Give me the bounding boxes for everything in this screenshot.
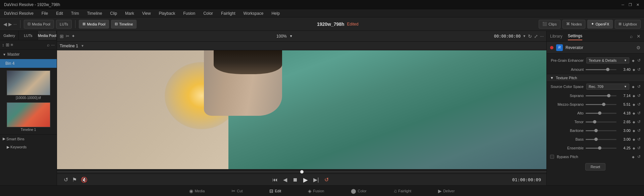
- step-back-btn[interactable]: ◀: [282, 177, 288, 183]
- search-icon[interactable]: ⌕: [47, 42, 50, 47]
- alto-slider[interactable]: [586, 113, 616, 114]
- nav-media[interactable]: ◉ Media: [186, 187, 208, 195]
- tenor-slider[interactable]: [586, 121, 616, 122]
- clips-btn[interactable]: ⬛ Clips: [539, 20, 560, 29]
- gallery-tab[interactable]: Gallery: [0, 31, 19, 40]
- menu-item-trim[interactable]: Trim: [70, 11, 80, 16]
- ensemble-thumb[interactable]: [598, 146, 601, 150]
- baritone-slider[interactable]: [586, 130, 616, 131]
- master-bin-header[interactable]: ▼ Master: [0, 50, 57, 59]
- mezzo-thumb[interactable]: [602, 103, 605, 106]
- fit-icon[interactable]: ⤢: [534, 34, 538, 39]
- maximize-btn[interactable]: ❐: [628, 2, 633, 7]
- openfx-btn[interactable]: ✦ OpenFX: [587, 20, 613, 29]
- amount-reset[interactable]: ↺: [637, 67, 641, 72]
- nav-fusion[interactable]: ◈ Fusion: [305, 187, 327, 195]
- menu-item-playback[interactable]: Playback: [157, 11, 176, 16]
- crop-icon[interactable]: ✂: [66, 34, 69, 39]
- ensemble-reset[interactable]: ↺: [637, 146, 641, 150]
- bass-thumb[interactable]: [594, 138, 598, 141]
- media-pool-tab[interactable]: Media Pool: [38, 31, 57, 40]
- stop-btn[interactable]: ⏹: [291, 177, 299, 183]
- pre-grain-keyframe[interactable]: ◆: [632, 59, 635, 62]
- media-pool-view-btn[interactable]: ⊞ Media Pool: [79, 20, 109, 29]
- texture-pitch-section[interactable]: ▼ Texture Pitch: [547, 74, 644, 82]
- amount-slider-thumb[interactable]: [606, 68, 609, 71]
- soprano-slider[interactable]: [586, 95, 616, 96]
- alto-reset[interactable]: ↺: [637, 111, 641, 115]
- color-space-keyframe[interactable]: ◆: [632, 85, 635, 89]
- pre-grain-reset[interactable]: ↺: [637, 58, 641, 63]
- search-fx-icon[interactable]: ⌕: [630, 34, 633, 39]
- mute-icon[interactable]: 🔇: [79, 177, 89, 183]
- play-btn[interactable]: ▶: [302, 176, 309, 184]
- fx-settings-icon[interactable]: ⚙: [636, 45, 641, 50]
- fx-power-dot[interactable]: [550, 46, 553, 49]
- timecode-chevron[interactable]: ▼: [523, 34, 526, 38]
- menu-item-help[interactable]: Help: [270, 11, 281, 16]
- menu-item-edit[interactable]: Edit: [55, 11, 64, 16]
- bypass-pitch-checkbox[interactable]: [550, 155, 554, 159]
- close-btn[interactable]: ✕: [635, 2, 640, 7]
- mezzo-reset[interactable]: ↺: [637, 102, 641, 107]
- menu-item-davinci[interactable]: DaVinci Resolve: [3, 11, 35, 16]
- settings-tab[interactable]: Settings: [568, 32, 582, 40]
- mezzo-soprano-slider[interactable]: [586, 104, 616, 105]
- soprano-reset[interactable]: ↺: [637, 93, 641, 98]
- keywords-item[interactable]: ▶ Keywords: [0, 143, 57, 151]
- loop-icon[interactable]: ↻: [528, 34, 532, 39]
- scrubber-handle[interactable]: [300, 170, 304, 174]
- list-view-icon[interactable]: ≡: [11, 42, 13, 47]
- amount-keyframe[interactable]: ◆: [633, 68, 635, 71]
- baritone-thumb[interactable]: [594, 129, 598, 132]
- grid-view-icon[interactable]: ⊞: [6, 42, 9, 47]
- tenor-keyframe[interactable]: ◆: [633, 120, 635, 124]
- back-btn[interactable]: ◀: [3, 21, 7, 27]
- menu-item-timeline[interactable]: Timeline: [86, 11, 103, 16]
- bass-slider[interactable]: [586, 139, 616, 140]
- sort-icon[interactable]: ↕: [2, 42, 4, 47]
- more-preview-icon[interactable]: ···: [540, 34, 544, 39]
- pre-grain-dropdown[interactable]: Texture & Details ▼: [586, 57, 629, 63]
- smart-bins-header[interactable]: ▶ Smart Bins: [0, 134, 57, 143]
- alto-keyframe[interactable]: ◆: [633, 111, 635, 115]
- menu-item-mark[interactable]: Mark: [124, 11, 136, 16]
- nav-deliver[interactable]: ▶ Deliver: [435, 187, 458, 195]
- forward-btn[interactable]: ▶: [8, 21, 12, 27]
- color-space-reset[interactable]: ↺: [637, 84, 641, 89]
- menu-item-fairlight[interactable]: Fairlight: [220, 11, 237, 16]
- soprano-keyframe[interactable]: ◆: [633, 94, 635, 98]
- nav-cut[interactable]: ✂ Cut: [228, 187, 246, 195]
- menu-item-color[interactable]: Color: [202, 11, 214, 16]
- list-item[interactable]: Timeline 1: [3, 102, 54, 132]
- alto-thumb[interactable]: [598, 111, 601, 115]
- ensemble-slider[interactable]: [586, 148, 616, 149]
- bypass-reset[interactable]: ↺: [637, 154, 641, 159]
- menu-item-view[interactable]: View: [141, 11, 152, 16]
- source-color-space-dropdown[interactable]: Rec. 709 ▼: [586, 84, 629, 90]
- nav-fairlight[interactable]: ♫ Fairlight: [390, 187, 415, 195]
- flag-icon[interactable]: ⚑: [71, 177, 78, 183]
- soprano-thumb[interactable]: [607, 94, 610, 97]
- timeline-view-btn[interactable]: ⊟ Timeline: [111, 20, 137, 29]
- bypass-keyframe[interactable]: ◆: [632, 155, 635, 159]
- bin-4-item[interactable]: Bin 4: [0, 59, 57, 68]
- menu-item-workspace[interactable]: Workspace: [242, 11, 265, 16]
- nodes-btn[interactable]: ⌘ Nodes: [562, 20, 586, 29]
- menu-item-fusion[interactable]: Fusion: [182, 11, 197, 16]
- nav-edit[interactable]: ⊟ Edit: [266, 187, 284, 195]
- transform-icon[interactable]: ⊞: [60, 34, 64, 39]
- timeline-name-chevron[interactable]: ▼: [81, 44, 84, 48]
- menu-item-clip[interactable]: Clip: [109, 11, 118, 16]
- scrubber-area[interactable]: [57, 169, 546, 174]
- lightbox-btn[interactable]: ⊞ Lightbox: [615, 20, 641, 29]
- luts-tab[interactable]: LUTs: [19, 31, 38, 40]
- mezzo-keyframe[interactable]: ◆: [633, 103, 635, 106]
- more-icon[interactable]: ···: [51, 42, 55, 47]
- goto-end-btn[interactable]: ↺: [323, 177, 330, 183]
- media-pool-btn[interactable]: ⊡ Media Pool: [24, 20, 54, 29]
- luts-btn[interactable]: LUTs: [56, 20, 72, 29]
- tenor-reset[interactable]: ↺: [637, 119, 641, 124]
- library-tab[interactable]: Library: [550, 33, 562, 40]
- step-forward-btn[interactable]: ▶|: [312, 177, 320, 183]
